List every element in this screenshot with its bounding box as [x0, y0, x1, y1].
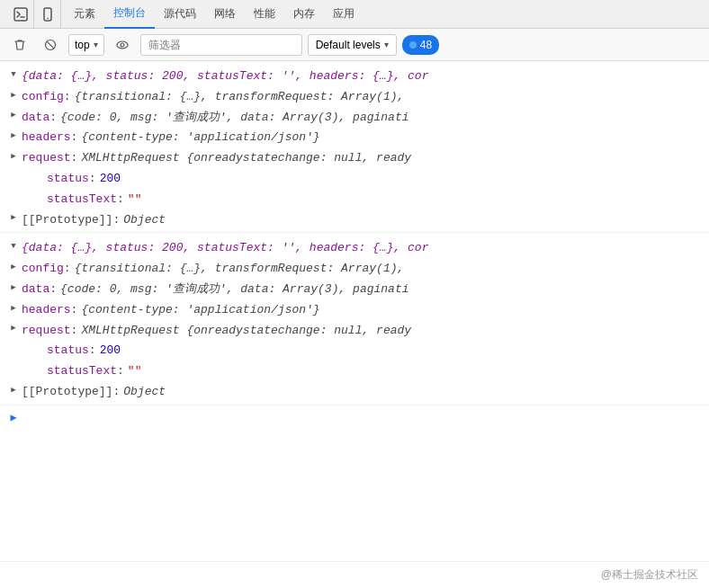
- watermark-text: @稀土掘金技术社区: [601, 567, 698, 583]
- prop-value: 200: [100, 342, 121, 361]
- log-entry-summary-row[interactable]: ▼ {data: {…}, status: 200, statusText: '…: [7, 67, 709, 87]
- prop-config: ▶ config: {transitional: {…}, transformR…: [7, 259, 709, 280]
- expand-arrow[interactable]: ▶: [7, 260, 20, 274]
- prop-statustext: statusText: "": [7, 361, 709, 382]
- prop-value: "": [128, 362, 142, 381]
- prop-data: ▶ data: {code: 0, msg: '查询成功', data: Arr…: [7, 108, 709, 129]
- prop-value: {transitional: {…}, transformRequest: Ar…: [75, 260, 405, 279]
- tab-sources[interactable]: 源代码: [155, 0, 205, 29]
- prop-value: XMLHttpRequest {onreadystatechange: null…: [81, 322, 411, 341]
- eye-icon-button[interactable]: [110, 34, 135, 56]
- prop-headers: ▶ headers: {content-type: 'application/j…: [7, 128, 709, 148]
- prop-value: Object: [123, 383, 166, 402]
- prop-key: config: [22, 88, 64, 107]
- prop-data: ▶ data: {code: 0, msg: '查询成功', data: Arr…: [7, 280, 709, 300]
- prop-prototype: ▶ [[Prototype]]: Object: [7, 210, 709, 231]
- prop-config: ▶ config: {transitional: {…}, transformR…: [7, 87, 709, 108]
- tab-memory[interactable]: 内存: [284, 0, 324, 29]
- prop-key: [[Prototype]]: [22, 211, 112, 230]
- prop-key: request: [22, 149, 71, 168]
- prop-value: Object: [123, 211, 166, 230]
- prop-value: {content-type: 'application/json'}: [81, 301, 319, 320]
- badge-dot: [409, 41, 417, 49]
- watermark-bar: @稀土掘金技术社区: [0, 561, 709, 588]
- svg-point-5: [117, 41, 128, 49]
- filter-input[interactable]: [140, 34, 302, 56]
- expand-arrow[interactable]: ▼: [7, 67, 20, 82]
- expand-arrow[interactable]: ▶: [7, 211, 20, 226]
- svg-point-6: [121, 43, 124, 47]
- expand-arrow[interactable]: ▶: [7, 383, 20, 397]
- tab-network[interactable]: 网络: [205, 0, 245, 29]
- tab-performance[interactable]: 性能: [245, 0, 284, 29]
- prop-value: "": [128, 191, 142, 209]
- collapsed-entry[interactable]: ▶: [0, 405, 709, 431]
- console-toolbar: top Default levels 48: [0, 29, 709, 61]
- prop-value: {content-type: 'application/json'}: [81, 129, 319, 147]
- message-count-badge: 48: [402, 35, 439, 55]
- prop-statustext: statusText: "": [7, 190, 709, 210]
- context-dropdown-icon: [94, 40, 98, 49]
- mobile-icon[interactable]: [34, 0, 61, 29]
- tab-elements[interactable]: 元素: [65, 0, 104, 29]
- expand-arrow[interactable]: ▶: [7, 149, 20, 164]
- prop-key: request: [22, 322, 71, 341]
- devtools-icon[interactable]: [7, 0, 34, 29]
- prop-key: statusText: [47, 362, 117, 381]
- expand-arrow[interactable]: ▶: [7, 129, 20, 143]
- tab-application[interactable]: 应用: [324, 0, 363, 29]
- prop-key: status: [47, 170, 89, 189]
- badge-count: 48: [420, 39, 432, 51]
- prop-request: ▶ request: XMLHttpRequest {onreadystatec…: [7, 321, 709, 342]
- tab-console[interactable]: 控制台: [104, 0, 155, 29]
- prop-key: data: [22, 281, 49, 299]
- svg-point-2: [47, 17, 49, 19]
- expand-arrow[interactable]: ▶: [7, 411, 20, 425]
- expand-arrow[interactable]: ▶: [7, 281, 20, 295]
- clear-console-button[interactable]: [7, 34, 32, 56]
- prop-value: {code: 0, msg: '查询成功', data: Array(3), p…: [60, 109, 408, 128]
- prop-headers: ▶ headers: {content-type: 'application/j…: [7, 300, 709, 321]
- prop-key: data: [22, 109, 49, 128]
- prop-value: {code: 0, msg: '查询成功', data: Array(3), p…: [60, 281, 408, 299]
- log-entry: ▼ {data: {…}, status: 200, statusText: '…: [0, 236, 709, 405]
- levels-dropdown-icon: [384, 40, 389, 49]
- log-levels-select[interactable]: Default levels: [308, 34, 397, 56]
- prop-key: headers: [22, 129, 71, 147]
- block-icon[interactable]: [38, 34, 63, 56]
- prop-key: status: [47, 342, 89, 361]
- console-output: ▼ {data: {…}, status: 200, statusText: '…: [0, 61, 709, 561]
- expand-arrow[interactable]: ▼: [7, 239, 20, 254]
- prop-value: 200: [100, 170, 121, 189]
- log-entry-summary-row[interactable]: ▼ {data: {…}, status: 200, statusText: '…: [7, 238, 709, 259]
- expand-arrow[interactable]: ▶: [7, 88, 20, 102]
- entry-summary: {data: {…}, status: 200, statusText: '',…: [22, 239, 428, 258]
- prop-key: statusText: [47, 191, 117, 209]
- prop-key: config: [22, 260, 64, 279]
- prop-value: XMLHttpRequest {onreadystatechange: null…: [81, 149, 411, 168]
- prop-status: status: 200: [7, 341, 709, 361]
- prop-prototype: ▶ [[Prototype]]: Object: [7, 382, 709, 403]
- entry-summary: {data: {…}, status: 200, statusText: '',…: [22, 67, 428, 86]
- levels-label: Default levels: [316, 39, 381, 51]
- prop-request: ▶ request: XMLHttpRequest {onreadystatec…: [7, 148, 709, 169]
- expand-arrow[interactable]: ▶: [7, 322, 20, 336]
- log-entry: ▼ {data: {…}, status: 200, statusText: '…: [0, 65, 709, 233]
- expand-arrow[interactable]: ▶: [7, 109, 20, 123]
- prop-status: status: 200: [7, 169, 709, 190]
- prop-value: {transitional: {…}, transformRequest: Ar…: [75, 88, 405, 107]
- context-selector[interactable]: top: [68, 34, 104, 56]
- prop-key: [[Prototype]]: [22, 383, 112, 402]
- context-label: top: [75, 39, 90, 51]
- expand-arrow[interactable]: ▶: [7, 301, 20, 316]
- top-nav-bar: 元素 控制台 源代码 网络 性能 内存 应用: [0, 0, 709, 29]
- svg-line-4: [47, 41, 54, 49]
- prop-key: headers: [22, 301, 71, 320]
